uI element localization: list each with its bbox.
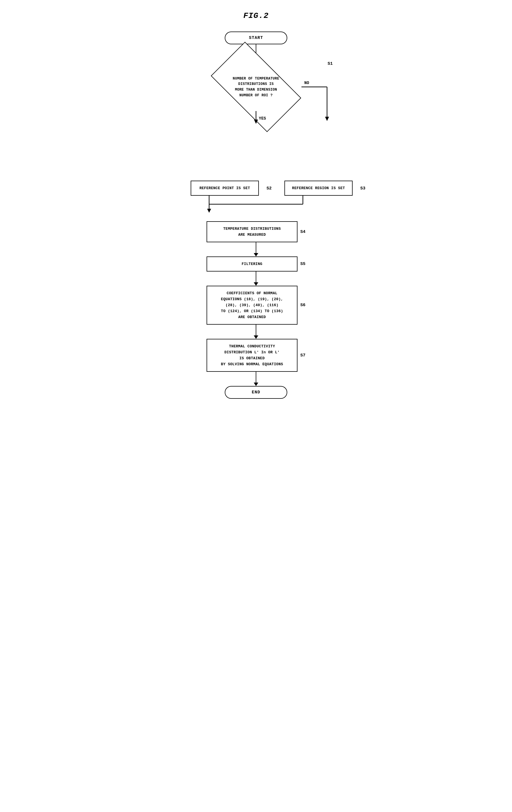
s3-node: REFERENCE REGION IS SET bbox=[284, 181, 352, 196]
flowchart: START S1 NUMBER OF TEMPERATURE DISTRIBUT… bbox=[157, 31, 355, 399]
decision-text: NUMBER OF TEMPERATURE DISTRIBUTIONS IS M… bbox=[228, 76, 284, 98]
page: FIG.2 START S1 NUMBER OF TEMPERATURE DIS… bbox=[157, 11, 355, 399]
s7-label: S7 bbox=[300, 353, 306, 358]
arrow-s6-to-s7 bbox=[254, 325, 258, 339]
arrow-s5-to-s6 bbox=[254, 271, 258, 286]
arrow-s7-to-end bbox=[254, 372, 258, 386]
arrow-s4-to-s5 bbox=[254, 242, 258, 257]
s6-node: COEFFICIENTS OF NORMAL EQUATIONS (18), (… bbox=[206, 286, 297, 325]
start-node: START bbox=[225, 31, 287, 44]
svg-marker-5 bbox=[254, 120, 258, 124]
s2-node: REFERENCE POINT IS SET bbox=[191, 181, 259, 196]
figure-title: FIG.2 bbox=[243, 11, 268, 20]
end-node: END bbox=[225, 386, 287, 399]
s5-node: FILTERING bbox=[206, 257, 297, 271]
s4-node: TEMPERATURE DISTRIBUTIONS ARE MEASURED bbox=[206, 221, 297, 242]
s7-node: THERMAL CONDUCTIVITY DISTRIBUTION L' In … bbox=[206, 339, 297, 372]
svg-marker-2 bbox=[325, 117, 329, 121]
s6-label: S6 bbox=[300, 303, 306, 308]
svg-marker-10 bbox=[207, 209, 211, 213]
s4-label: S4 bbox=[300, 230, 306, 234]
s2-label: S2 bbox=[266, 186, 272, 191]
svg-text:NO: NO bbox=[304, 81, 309, 85]
merge-svg bbox=[162, 196, 350, 224]
svg-text:YES: YES bbox=[259, 116, 266, 121]
s5-label: S5 bbox=[300, 262, 306, 266]
s3-label: S3 bbox=[360, 186, 365, 191]
